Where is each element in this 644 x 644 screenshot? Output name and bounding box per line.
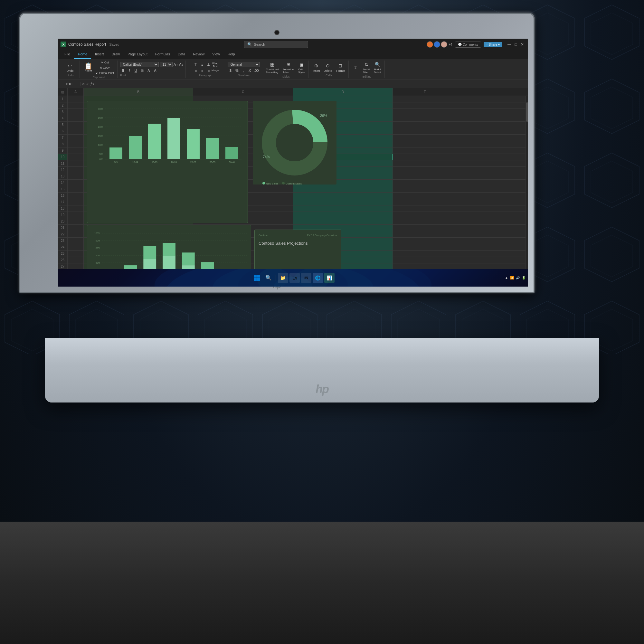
- webcam: [275, 31, 279, 34]
- hp-logo-body: hp: [316, 383, 328, 396]
- laptop-body: hp: [45, 338, 599, 403]
- laptop-outer: hp: [45, 39, 599, 644]
